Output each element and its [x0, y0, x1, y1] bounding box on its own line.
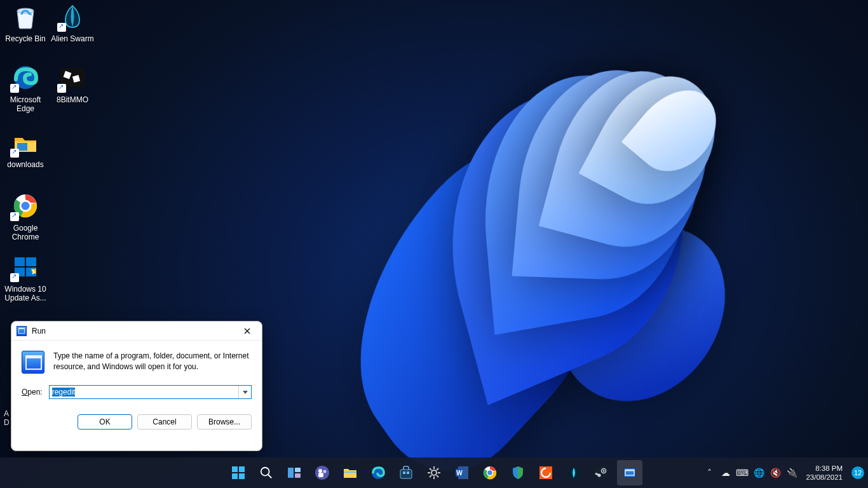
shortcut-arrow-icon [10, 273, 19, 282]
taskbar-settings[interactable] [421, 460, 447, 485]
search-icon [259, 465, 274, 480]
google-chrome-icon [10, 191, 41, 221]
run-app-icon [622, 465, 637, 480]
desktop-icon-win10-update-assistant[interactable]: Windows 10 Update As... [1, 252, 50, 302]
svg-rect-29 [407, 471, 409, 474]
desktop-icon-label: Alien Swarm [48, 34, 97, 43]
taskbar-steam[interactable] [589, 460, 614, 485]
svg-text:W: W [456, 470, 463, 477]
shortcut-arrow-icon [10, 212, 19, 221]
taskbar-run-app[interactable] [617, 460, 642, 485]
svg-rect-19 [295, 468, 301, 472]
svg-line-36 [437, 475, 438, 477]
svg-line-38 [430, 475, 431, 477]
desktop-icon-recycle-bin[interactable]: Recycle Bin [1, 1, 50, 43]
desktop-icon-label: Recycle Bin [1, 34, 50, 43]
desktop-icon-google-chrome[interactable]: Google Chrome [1, 191, 50, 241]
taskbar-clock[interactable]: 8:38 PM 23/08/2021 [801, 464, 848, 482]
svg-rect-28 [403, 471, 405, 474]
svg-point-7 [20, 201, 31, 211]
notifications-badge[interactable]: 12 [851, 466, 864, 479]
svg-rect-12 [232, 466, 238, 472]
obscured-icon-fragment: A D [4, 409, 10, 427]
desktop-icon-8bitmmo[interactable]: 8BitMMO [48, 62, 97, 104]
app-orange-icon [538, 465, 553, 480]
cancel-button[interactable]: Cancel [137, 414, 192, 430]
svg-rect-8 [15, 257, 25, 266]
desktop-icon-microsoft-edge[interactable]: Microsoft Edge [1, 62, 50, 113]
taskbar-app-flame[interactable] [561, 460, 587, 485]
steam-icon [594, 465, 609, 480]
svg-point-16 [261, 468, 269, 476]
desktop-icon-label: downloads [1, 160, 50, 169]
clock-time: 8:38 PM [806, 464, 843, 473]
desktop-icon-label: 8BitMMO [48, 95, 97, 104]
store-icon [398, 465, 414, 480]
tray-volume-icon[interactable]: 🔇 [768, 460, 783, 485]
svg-rect-18 [288, 468, 294, 478]
desktop-icon-label: Google Chrome [1, 224, 50, 241]
svg-point-48 [603, 470, 605, 472]
open-input[interactable] [49, 385, 252, 399]
taskbar-defender[interactable] [505, 460, 531, 485]
browse-button[interactable]: Browse... [197, 414, 252, 430]
alien-swarm-icon [57, 1, 88, 32]
file-explorer-icon [342, 465, 358, 480]
task-view-icon [287, 465, 302, 480]
svg-line-35 [430, 468, 431, 470]
tray-network-icon[interactable]: 🌐 [751, 460, 766, 485]
taskbar-task-view[interactable] [281, 460, 307, 485]
close-icon [244, 328, 250, 334]
svg-rect-14 [232, 473, 238, 479]
svg-rect-13 [239, 466, 245, 472]
close-button[interactable] [233, 322, 262, 341]
desktop-icon-label: Microsoft Edge [1, 95, 50, 113]
svg-rect-9 [26, 257, 36, 266]
run-description: Type the name of a program, folder, docu… [53, 351, 252, 374]
tray-chevron-up-icon[interactable]: ˄ [702, 460, 717, 485]
taskbar-file-explorer[interactable] [337, 460, 363, 485]
word-icon: W [454, 465, 470, 480]
tray-power-icon[interactable]: 🔌 [784, 460, 799, 485]
tray-onedrive-icon[interactable]: ☁ [718, 460, 733, 485]
svg-line-37 [437, 468, 438, 470]
shortcut-arrow-icon [57, 84, 66, 93]
svg-rect-20 [295, 473, 301, 478]
chevron-down-icon [243, 391, 248, 394]
open-label: Open: [22, 388, 43, 396]
svg-point-30 [431, 470, 437, 475]
ok-button[interactable]: OK [78, 414, 132, 430]
chrome-icon [482, 465, 498, 480]
run-icon [17, 326, 27, 336]
start-icon [231, 465, 246, 480]
downloads-icon [10, 127, 41, 158]
taskbar-search[interactable] [254, 460, 279, 485]
taskbar-app-orange[interactable] [533, 460, 559, 485]
taskbar-start[interactable] [226, 460, 251, 485]
svg-rect-24 [318, 473, 323, 477]
desktop-icon-alien-swarm[interactable]: Alien Swarm [48, 1, 97, 43]
defender-icon [510, 465, 526, 480]
settings-icon [426, 465, 442, 480]
taskbar-teams[interactable] [309, 460, 335, 485]
svg-point-22 [318, 469, 322, 473]
taskbar-store[interactable] [393, 460, 419, 485]
desktop-icon-downloads[interactable]: downloads [1, 127, 50, 169]
run-titlebar[interactable]: Run [11, 322, 262, 341]
tray-keyboard-icon[interactable]: ⌨ [735, 460, 750, 485]
taskbar-edge[interactable] [365, 460, 391, 485]
svg-point-43 [487, 470, 493, 476]
taskbar-word[interactable]: W [449, 460, 475, 485]
svg-point-23 [323, 470, 327, 473]
run-title-text: Run [32, 327, 46, 336]
taskbar-chrome[interactable] [477, 460, 503, 485]
svg-line-17 [268, 475, 272, 478]
shortcut-arrow-icon [57, 23, 66, 32]
run-program-icon [22, 351, 44, 374]
svg-rect-15 [239, 473, 245, 479]
win10-update-assistant-icon [10, 252, 41, 282]
8bitmmo-icon [57, 62, 88, 93]
teams-icon [315, 465, 330, 480]
open-dropdown-button[interactable] [238, 386, 251, 398]
wallpaper-bloom [165, 0, 868, 458]
